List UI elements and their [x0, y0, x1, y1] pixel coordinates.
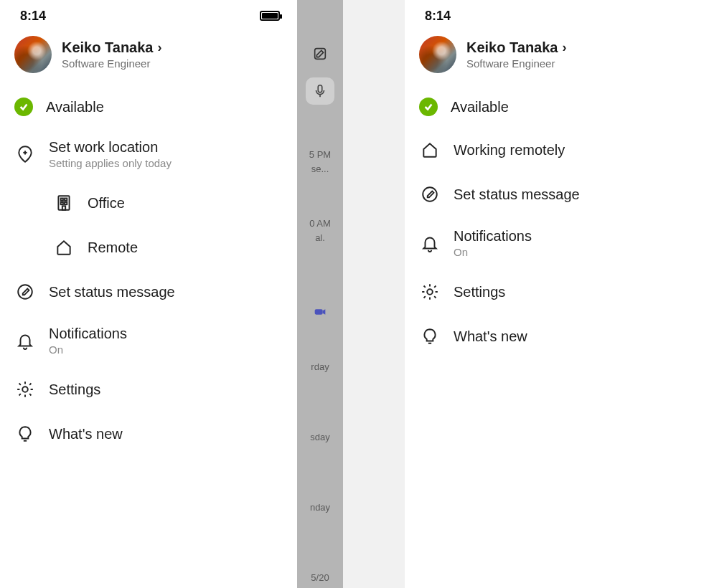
svg-rect-6: [58, 196, 69, 210]
whats-new-label: What's new: [49, 426, 123, 442]
bell-icon: [419, 232, 441, 254]
presence-available-icon: [419, 98, 438, 116]
left-screen: 8:14 Keiko Tanaka › Software Engineer: [0, 0, 297, 588]
settings-row[interactable]: Settings: [0, 367, 297, 412]
status-message-label: Set status message: [454, 186, 580, 203]
edit-status-icon: [14, 281, 36, 303]
gear-icon: [419, 281, 441, 303]
work-location-subtitle: Setting applies only today: [49, 157, 172, 169]
home-icon: [419, 139, 441, 161]
bg-ellipsis-2: al.: [315, 232, 325, 243]
office-building-icon: [53, 192, 75, 214]
chevron-right-icon: ›: [562, 40, 566, 55]
whats-new-row[interactable]: What's new: [0, 412, 297, 456]
status-bar: 8:14: [0, 0, 297, 32]
status-bar: 8:14: [405, 0, 709, 32]
bg-day-2: sday: [310, 432, 329, 442]
bg-date: 5/20: [311, 572, 329, 583]
work-location-remote[interactable]: Remote: [0, 225, 297, 270]
whats-new-row[interactable]: What's new: [405, 314, 709, 359]
set-status-message-row[interactable]: Set status message: [0, 270, 297, 314]
gear-icon: [14, 379, 36, 400]
settings-row[interactable]: Settings: [405, 270, 709, 314]
set-work-location-row[interactable]: Set work location Setting applies only t…: [0, 128, 297, 181]
presence-label: Available: [46, 99, 104, 115]
settings-label: Settings: [49, 381, 100, 398]
notifications-title: Notifications: [454, 228, 532, 245]
right-screen: 8:14 Keiko Tanaka › Software Engineer: [405, 0, 709, 588]
notifications-row[interactable]: Notifications On: [405, 217, 709, 270]
profile-header[interactable]: Keiko Tanaka › Software Engineer: [405, 32, 709, 80]
profile-role: Software Engineer: [62, 57, 161, 70]
bg-day-3: nday: [310, 502, 330, 513]
battery-icon: [260, 11, 280, 21]
svg-rect-9: [61, 202, 63, 204]
office-label: Office: [88, 195, 125, 212]
svg-point-22: [427, 289, 433, 295]
avatar: [419, 36, 456, 73]
screenshot-divider: [343, 0, 405, 588]
status-message-label: Set status message: [49, 284, 175, 300]
bg-time-2: 0 AM: [309, 218, 331, 229]
bg-time-1: 5 PM: [309, 149, 331, 160]
svg-rect-7: [61, 199, 63, 201]
background-chat-list: 5 PM se... 0 AM al. rday sday nday 5/20: [297, 0, 343, 588]
bg-day-1: rday: [311, 361, 329, 372]
svg-rect-10: [65, 202, 67, 204]
work-location-row[interactable]: Working remotely: [405, 128, 709, 172]
status-time: 8:14: [425, 9, 451, 24]
avatar: [14, 36, 52, 73]
work-location-office[interactable]: Office: [0, 181, 297, 225]
profile-role: Software Engineer: [466, 57, 566, 70]
home-icon: [53, 237, 75, 258]
svg-rect-11: [62, 206, 65, 209]
presence-row[interactable]: Available: [405, 86, 709, 128]
work-location-label: Working remotely: [454, 142, 565, 158]
notifications-value: On: [49, 343, 127, 356]
profile-name: Keiko Tanaka: [466, 39, 558, 56]
set-status-message-row[interactable]: Set status message: [405, 172, 709, 217]
svg-rect-16: [315, 309, 323, 314]
video-call-icon[interactable]: [309, 301, 331, 323]
notifications-row[interactable]: Notifications On: [0, 314, 297, 367]
whats-new-label: What's new: [454, 328, 527, 345]
compose-icon[interactable]: [308, 42, 332, 66]
edit-status-icon: [419, 184, 441, 205]
settings-label: Settings: [454, 284, 505, 300]
profile-name: Keiko Tanaka: [62, 39, 153, 56]
bg-ellipsis-1: se...: [311, 163, 329, 174]
presence-row[interactable]: Available: [0, 86, 297, 128]
lightbulb-icon: [14, 423, 36, 445]
location-add-icon: [14, 143, 36, 165]
notifications-value: On: [454, 246, 532, 258]
svg-rect-15: [318, 85, 322, 93]
presence-available-icon: [14, 98, 33, 116]
chevron-right-icon: ›: [157, 40, 161, 55]
presence-label: Available: [451, 99, 509, 115]
notifications-title: Notifications: [49, 326, 127, 342]
mic-button[interactable]: [306, 77, 334, 105]
remote-label: Remote: [88, 240, 138, 256]
work-location-title: Set work location: [49, 139, 172, 156]
profile-header[interactable]: Keiko Tanaka › Software Engineer: [0, 32, 297, 80]
lightbulb-icon: [419, 326, 441, 347]
status-time: 8:14: [20, 9, 46, 24]
svg-point-13: [22, 387, 28, 392]
bell-icon: [14, 330, 36, 351]
svg-rect-8: [65, 199, 67, 201]
